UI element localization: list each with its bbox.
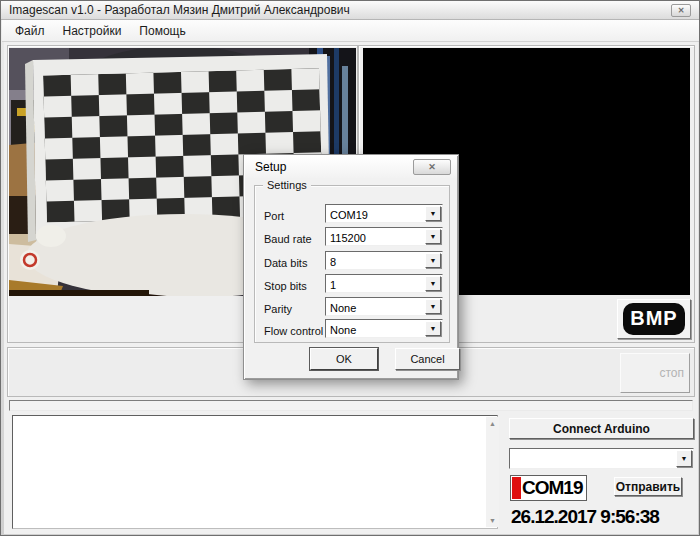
app-window: Imagescan v1.0 - Разработал Мязин Дмитри… — [0, 0, 700, 536]
scroll-up-icon[interactable]: ▲ — [486, 417, 499, 430]
baudrate-combobox[interactable]: 115200 ▼ — [325, 227, 443, 246]
menu-settings[interactable]: Настройки — [54, 22, 131, 40]
databits-label: Data bits — [264, 257, 307, 269]
stopbits-value: 1 — [330, 279, 336, 291]
ok-button[interactable]: OK — [310, 348, 378, 370]
scroll-down-icon[interactable]: ▼ — [486, 514, 499, 527]
port-value: COM19 — [330, 209, 368, 221]
datetime-label: 26.12.2017 9:56:38 — [511, 506, 659, 528]
close-icon[interactable]: ✕ — [671, 4, 691, 17]
arduino-panel: Connect Arduino ▼ COM19 Отправить 26.12.… — [504, 411, 697, 534]
parity-label: Parity — [264, 303, 292, 315]
command-combobox[interactable]: ▼ — [509, 448, 694, 469]
port-label: Port — [264, 210, 284, 222]
baudrate-value: 115200 — [330, 232, 366, 244]
chevron-down-icon[interactable]: ▼ — [425, 206, 441, 221]
menu-file[interactable]: Файл — [6, 22, 54, 40]
port-indicator-box: COM19 — [510, 475, 587, 501]
stop-button[interactable]: стоп — [620, 353, 690, 393]
bmp-icon: BMP — [623, 303, 684, 335]
parity-combobox[interactable]: None ▼ — [325, 297, 443, 316]
log-textbox[interactable] — [12, 415, 498, 529]
log-scrollbar[interactable]: ▲ ▼ — [486, 417, 499, 527]
title-bar[interactable]: Imagescan v1.0 - Разработал Мязин Дмитри… — [1, 1, 699, 20]
stopbits-combobox[interactable]: 1 ▼ — [325, 274, 443, 293]
cancel-button[interactable]: Cancel — [395, 348, 460, 370]
flowcontrol-label: Flow control — [264, 325, 323, 337]
chevron-down-icon[interactable]: ▼ — [676, 450, 692, 467]
window-title: Imagescan v1.0 - Разработал Мязин Дмитри… — [9, 3, 350, 17]
port-combobox[interactable]: COM19 ▼ — [325, 204, 443, 223]
setup-dialog-title: Setup — [255, 160, 286, 174]
databits-value: 8 — [330, 256, 336, 268]
dialog-close-icon[interactable]: ✕ — [413, 159, 451, 175]
chevron-down-icon[interactable]: ▼ — [425, 253, 441, 268]
connect-arduino-button[interactable]: Connect Arduino — [509, 418, 694, 439]
status-indicator — [512, 477, 521, 499]
chevron-down-icon[interactable]: ▼ — [425, 321, 441, 336]
settings-group-label: Settings — [263, 179, 311, 191]
chevron-down-icon[interactable]: ▼ — [425, 229, 441, 244]
port-name-label: COM19 — [522, 477, 582, 499]
baudrate-label: Baud rate — [264, 233, 312, 245]
menu-help[interactable]: Помощь — [130, 22, 194, 40]
stopbits-label: Stop bits — [264, 280, 307, 292]
menu-bar: Файл Настройки Помощь — [2, 20, 700, 42]
chevron-down-icon[interactable]: ▼ — [425, 299, 441, 314]
chevron-down-icon[interactable]: ▼ — [425, 276, 441, 291]
bmp-button[interactable]: BMP — [617, 299, 691, 339]
setup-dialog-titlebar[interactable]: Setup ✕ — [245, 156, 457, 178]
databits-combobox[interactable]: 8 ▼ — [325, 251, 443, 270]
progress-bar — [9, 400, 693, 411]
send-button[interactable]: Отправить — [614, 477, 682, 496]
flowcontrol-value: None — [330, 324, 356, 336]
parity-value: None — [330, 302, 356, 314]
flowcontrol-combobox[interactable]: None ▼ — [325, 319, 443, 338]
setup-dialog: Setup ✕ Settings Port COM19 ▼ Baud rate … — [243, 154, 459, 380]
